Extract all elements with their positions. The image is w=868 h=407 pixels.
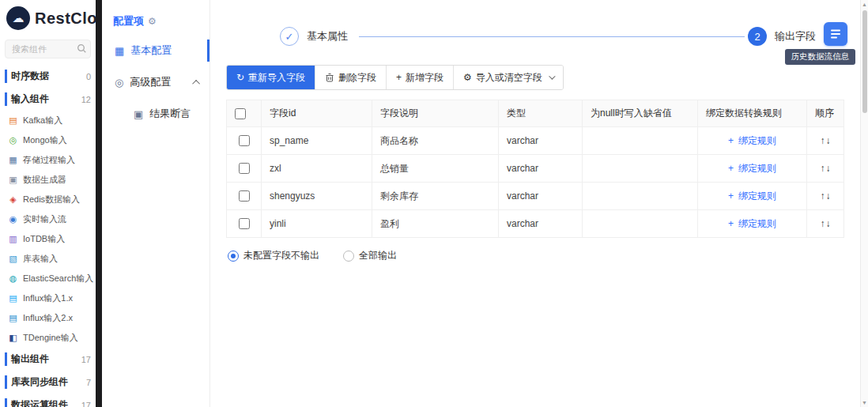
cell-null-default[interactable] [583, 127, 698, 155]
radio-selected-icon [228, 251, 239, 262]
sidebar-group-table-sync[interactable]: 库表同步组件 7 [0, 371, 96, 394]
cell-field-id: sp_name [262, 127, 372, 155]
sidebar-item-mongo-input[interactable]: ◎ Mongo输入 [0, 130, 96, 150]
item-label: Influx输入2.x [23, 312, 73, 324]
move-up-icon[interactable]: ↑ [821, 190, 825, 202]
item-label: 库表输入 [23, 253, 58, 265]
collapsed-panel-strip[interactable] [96, 0, 102, 407]
sidebar-item-table-input[interactable]: ▧ 库表输入 [0, 249, 96, 269]
row-checkbox[interactable] [239, 218, 250, 229]
sidebar-group-timeseries[interactable]: 时序数据 0 [0, 65, 96, 88]
basic-config-icon: ▦ [115, 45, 124, 57]
move-up-icon[interactable]: ↑ [821, 218, 825, 229]
sidebar-item-influx1-input[interactable]: ▤ Influx输入1.x [0, 288, 96, 308]
item-label: Redis数据输入 [23, 194, 80, 205]
scroll-up-icon[interactable]: ▲ [861, 2, 868, 7]
output-mode-options: 未配置字段不输出 全部输出 [228, 249, 860, 262]
kafka-icon: ▤ [8, 115, 18, 126]
button-label: 重新导入字段 [248, 71, 305, 85]
radio-unselected-icon [343, 251, 354, 262]
row-checkbox[interactable] [239, 163, 250, 174]
sidebar-item-influx2-input[interactable]: ▤ Influx输入2.x [0, 308, 96, 328]
bind-rule-link[interactable]: +绑定规则 [728, 163, 776, 174]
move-up-icon[interactable]: ↑ [821, 135, 825, 146]
history-dataflow-button[interactable] [824, 22, 847, 46]
cell-type: varchar [499, 155, 583, 183]
cell-field-id: zxl [262, 155, 372, 183]
move-up-icon[interactable]: ↑ [821, 163, 825, 174]
step2-circle: 2 [748, 27, 767, 46]
select-all-checkbox[interactable] [235, 108, 246, 119]
item-label: TDengine输入 [23, 332, 78, 344]
field-toolbar: ↻ 重新导入字段 删除字段 + 新增字段 ⚙ 导入或清空字段 [226, 65, 564, 90]
nav-item-advanced-config[interactable]: ◎ 高级配置 [102, 66, 209, 98]
stored-procedure-icon: ▦ [8, 155, 18, 165]
main-content: ✓ 基本属性 2 输出字段 历史数据流信息 ↻ 重新导入字段 删除字段 [210, 0, 860, 407]
bind-rule-link[interactable]: +绑定规则 [728, 218, 776, 229]
bind-rule-label: 绑定规则 [738, 163, 776, 174]
bind-rule-label: 绑定规则 [738, 190, 776, 202]
cell-null-default[interactable] [583, 210, 698, 238]
item-label: ElasticSearch输入 [23, 273, 93, 285]
radio-output-all[interactable]: 全部输出 [343, 249, 397, 262]
refresh-icon: ↻ [236, 72, 244, 83]
trash-icon [325, 73, 334, 82]
cell-null-default[interactable] [583, 155, 698, 183]
move-down-icon[interactable]: ↓ [826, 163, 831, 174]
data-generator-icon: ▣ [8, 175, 18, 185]
sidebar-item-data-generator[interactable]: ▣ 数据生成器 [0, 170, 96, 190]
bind-rule-link[interactable]: +绑定规则 [728, 190, 776, 202]
col-header-type: 类型 [499, 100, 583, 127]
sidebar-item-realtime-stream[interactable]: ◉ 实时输入流 [0, 209, 96, 229]
row-checkbox[interactable] [239, 190, 250, 202]
group-label: 时序数据 [5, 70, 49, 83]
group-label: 输出组件 [5, 352, 49, 366]
nav-item-basic-config[interactable]: ▦ 基本配置 [102, 35, 209, 66]
add-field-button[interactable]: + 新增字段 [386, 66, 453, 89]
table-input-icon: ▧ [8, 254, 18, 264]
sidebar-group-output[interactable]: 输出组件 17 [0, 348, 96, 371]
vertical-scrollbar[interactable]: ▲ ▼ [860, 0, 868, 407]
reimport-fields-button[interactable]: ↻ 重新导入字段 [227, 66, 315, 89]
cell-field-desc: 剩余库存 [372, 183, 499, 210]
tdengine-icon: ◧ [8, 333, 18, 343]
cell-field-desc: 盈利 [372, 210, 499, 238]
item-label: 存储过程输入 [23, 154, 75, 166]
row-checkbox[interactable] [239, 135, 250, 146]
bind-rule-label: 绑定规则 [738, 135, 776, 146]
scrollbar-thumb[interactable] [862, 10, 867, 113]
sidebar-item-storedproc-input[interactable]: ▦ 存储过程输入 [0, 150, 96, 170]
influx2-icon: ▤ [8, 313, 18, 323]
scroll-down-icon[interactable]: ▼ [861, 400, 868, 405]
radio-not-configured-no-output[interactable]: 未配置字段不输出 [228, 249, 319, 262]
sidebar-item-redis-input[interactable]: ◈ Redis数据输入 [0, 190, 96, 209]
sidebar-item-tdengine-input[interactable]: ◧ TDengine输入 [0, 328, 96, 348]
nav-item-label: 结果断言 [149, 107, 191, 121]
item-label: 数据生成器 [23, 174, 66, 186]
delete-fields-button[interactable]: 删除字段 [315, 66, 386, 89]
config-panel-title: 配置项 ⚙ [102, 8, 209, 35]
move-down-icon[interactable]: ↓ [826, 218, 831, 229]
result-assertion-icon: ▣ [134, 108, 143, 120]
col-header-field-desc: 字段说明 [372, 100, 499, 127]
cell-null-default[interactable] [583, 183, 698, 210]
move-down-icon[interactable]: ↓ [826, 190, 831, 202]
sidebar-item-iotdb-input[interactable]: ▥ IoTDB输入 [0, 229, 96, 249]
table-row: zxl 总销量 varchar +绑定规则 ↑↓ [227, 155, 844, 183]
cell-field-desc: 总销量 [372, 155, 499, 183]
import-or-clear-fields-button[interactable]: ⚙ 导入或清空字段 [453, 66, 563, 89]
nav-item-result-assertion[interactable]: ▣ 结果断言 [102, 98, 209, 130]
sidebar-item-kafka-input[interactable]: ▤ Kafka输入 [0, 111, 96, 130]
bind-rule-link[interactable]: +绑定规则 [728, 135, 776, 146]
group-label: 数据运算组件 [5, 398, 68, 407]
sidebar-group-data-compute[interactable]: 数据运算组件 17 [0, 394, 96, 407]
history-tooltip: 历史数据流信息 [785, 49, 856, 65]
sidebar-item-elasticsearch-input[interactable]: ◍ ElasticSearch输入 [0, 269, 96, 288]
move-down-icon[interactable]: ↓ [826, 135, 831, 146]
sidebar-group-input[interactable]: 输入组件 12 [0, 88, 96, 111]
group-count-badge: 17 [81, 401, 91, 407]
logo-text: RestClo [35, 9, 96, 28]
plus-icon: + [396, 72, 402, 83]
influx1-icon: ▤ [8, 293, 18, 303]
item-label: IoTDB输入 [23, 233, 65, 245]
